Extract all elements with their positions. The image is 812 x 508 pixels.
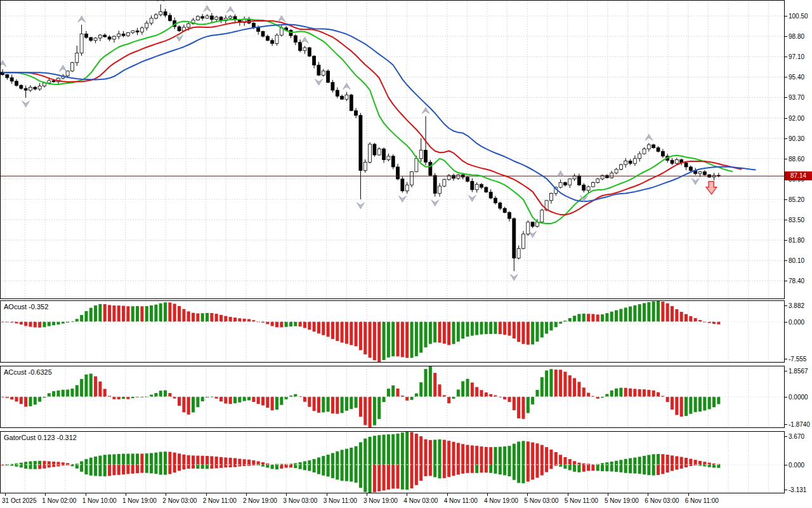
histogram-bar <box>38 461 41 465</box>
candle-down <box>373 144 376 155</box>
time-axis-label: 3 Nov 11:00 <box>324 497 357 504</box>
axis-tick <box>785 118 787 119</box>
histogram-bar <box>499 322 502 335</box>
histogram-bar <box>591 465 594 471</box>
histogram-bar <box>261 397 265 406</box>
axis-tick <box>785 138 787 139</box>
candle-up <box>126 32 129 36</box>
histogram-bar <box>680 312 683 322</box>
histogram-bar <box>433 465 436 478</box>
histogram-bar <box>192 397 195 413</box>
histogram-bar <box>535 443 539 465</box>
histogram-bar <box>466 379 469 397</box>
histogram-bar <box>308 460 311 465</box>
indicator-axis-label: -1.8740 <box>789 421 810 428</box>
histogram-bar <box>680 397 683 417</box>
histogram-bar <box>485 392 488 397</box>
histogram-bar <box>535 322 539 342</box>
histogram-bar <box>341 322 344 343</box>
histogram-bar <box>554 452 558 465</box>
histogram-bar <box>108 305 111 321</box>
histogram-bar <box>29 322 32 327</box>
histogram-bar <box>150 465 153 474</box>
histogram-bar <box>666 397 669 402</box>
candle-down <box>136 31 139 32</box>
histogram-bar <box>535 465 539 478</box>
histogram-bar <box>24 322 27 326</box>
candle-up <box>596 179 599 183</box>
candle-up <box>647 145 650 149</box>
price-axis-label: 98.80 <box>789 33 804 40</box>
histogram-bar <box>210 465 213 469</box>
gatorcust-chart[interactable] <box>0 431 785 493</box>
histogram-bar <box>610 391 613 397</box>
histogram-bar <box>355 465 358 483</box>
histogram-bar <box>387 389 390 397</box>
histogram-bar <box>601 314 604 322</box>
histogram-bar <box>712 397 716 408</box>
histogram-bar <box>182 465 185 470</box>
histogram-bar <box>521 441 525 464</box>
candle-down <box>271 41 274 44</box>
histogram-bar <box>247 397 251 401</box>
histogram-bar <box>271 465 274 469</box>
histogram-bar <box>359 397 362 417</box>
histogram-bar <box>466 322 469 337</box>
histogram-bar <box>285 322 288 327</box>
histogram-bar <box>89 458 93 465</box>
candle-down <box>24 88 27 90</box>
histogram-bar <box>373 322 376 361</box>
histogram-bar <box>108 465 111 476</box>
candle-up <box>624 161 627 164</box>
histogram-bar <box>38 322 41 328</box>
histogram-bar <box>494 465 497 474</box>
candle-down <box>396 167 400 179</box>
candle-up <box>29 87 32 90</box>
histogram-bar <box>112 465 115 476</box>
histogram-bar <box>94 305 97 322</box>
candle-down <box>657 148 660 152</box>
candle-down <box>489 192 492 198</box>
histogram-bar <box>689 458 692 464</box>
histogram-bar <box>549 450 553 465</box>
candle-down <box>531 222 534 227</box>
histogram-bar <box>80 461 83 464</box>
histogram-bar <box>615 311 618 322</box>
aocust-indicator-panel <box>0 300 785 363</box>
time-tick <box>487 493 488 496</box>
histogram-bar <box>159 465 162 475</box>
histogram-bar <box>549 322 553 331</box>
histogram-bar <box>313 459 316 465</box>
time-tick <box>327 493 327 496</box>
histogram-bar <box>331 322 334 339</box>
histogram-bar <box>145 453 148 465</box>
histogram-bar <box>568 318 572 322</box>
main-price-chart[interactable] <box>0 0 785 299</box>
candle-down <box>466 177 469 182</box>
histogram-bar <box>666 304 669 322</box>
histogram-bar <box>140 453 143 464</box>
histogram-bar <box>387 322 390 358</box>
histogram-bar <box>159 452 162 465</box>
histogram-bar <box>48 322 51 326</box>
histogram-bar <box>680 465 683 469</box>
histogram-bar <box>341 465 344 481</box>
histogram-bar <box>698 461 702 465</box>
histogram-bar <box>224 457 227 464</box>
histogram-bar <box>447 441 450 465</box>
axis-tick <box>785 371 787 371</box>
histogram-bar <box>508 397 511 402</box>
histogram-bar <box>415 322 418 356</box>
histogram-bar <box>29 465 32 469</box>
histogram-bar <box>252 460 255 465</box>
histogram-bar <box>327 465 330 477</box>
histogram-bar <box>447 397 450 403</box>
aocust-chart[interactable] <box>0 300 785 363</box>
histogram-bar <box>494 322 497 334</box>
histogram-bar <box>303 465 306 471</box>
histogram-bar <box>405 397 409 401</box>
histogram-bar <box>196 465 199 469</box>
accust-indicator-panel <box>0 366 785 428</box>
accust-chart[interactable] <box>0 366 785 428</box>
candle-up <box>475 184 478 189</box>
